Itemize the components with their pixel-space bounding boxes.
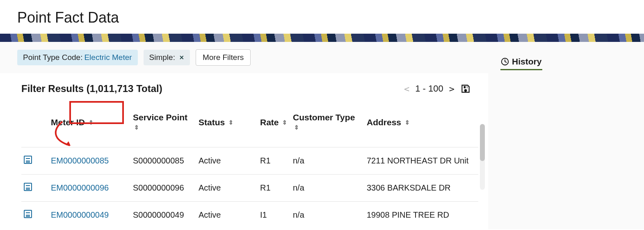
filter-chip-simple[interactable]: Simple: ✕: [144, 50, 190, 65]
pager: < 1 - 100 >: [404, 83, 471, 94]
service-point-cell: S0000000049: [130, 202, 196, 229]
sort-icon: ⇕: [228, 120, 233, 125]
col-header-address[interactable]: Address ⇕: [364, 101, 478, 147]
sort-icon: ⇕: [89, 120, 94, 125]
page-title: Point Fact Data: [17, 9, 644, 26]
sort-icon: ⇕: [405, 120, 410, 125]
clock-icon: [500, 57, 509, 66]
sort-icon: ⇕: [134, 124, 139, 130]
decorative-banner: [0, 34, 644, 42]
chip-label: Simple:: [149, 53, 175, 62]
filter-bar: Point Type Code: Electric Meter Simple: …: [0, 42, 488, 73]
meter-id-link[interactable]: EM0000000085: [48, 147, 130, 175]
history-tab-label: History: [512, 57, 541, 67]
col-header-service-point[interactable]: Service Point ⇕: [130, 101, 196, 147]
customer-type-cell: n/a: [290, 175, 364, 202]
history-tab[interactable]: History: [500, 56, 542, 70]
table-row: EM0000000096 S0000000096 Active R1 n/a 3…: [21, 175, 478, 202]
more-filters-button[interactable]: More Filters: [196, 49, 251, 66]
col-header-status[interactable]: Status ⇕: [196, 101, 258, 147]
pager-next[interactable]: >: [449, 84, 454, 94]
scrollbar-thumb[interactable]: [480, 124, 485, 161]
vertical-scrollbar[interactable]: [480, 124, 485, 190]
meter-id-link[interactable]: EM0000000096: [48, 175, 130, 202]
address-cell: 7211 NORTHEAST DR Unit: [364, 147, 478, 175]
table-row: EM0000000085 S0000000085 Active R1 n/a 7…: [21, 147, 478, 175]
address-cell: 3306 BARKSDALE DR: [364, 175, 478, 202]
sort-icon: ⇕: [282, 120, 287, 125]
status-cell: Active: [196, 147, 258, 175]
sort-icon: ⇕: [294, 124, 299, 130]
results-table: Meter ID ⇕ Service Point ⇕ Status ⇕: [21, 101, 478, 228]
col-header-customer-type[interactable]: Customer Type ⇕: [290, 101, 364, 147]
save-icon[interactable]: [460, 83, 471, 94]
status-cell: Active: [196, 202, 258, 229]
pager-prev[interactable]: <: [404, 84, 409, 94]
col-header-rate[interactable]: Rate ⇕: [258, 101, 290, 147]
meter-id-link[interactable]: EM0000000049: [48, 202, 130, 229]
detail-icon[interactable]: [24, 183, 32, 191]
service-point-cell: S0000000085: [130, 147, 196, 175]
filter-chip-point-type-code[interactable]: Point Type Code: Electric Meter: [17, 50, 138, 65]
results-heading: Filter Results (1,011,713 Total): [21, 83, 162, 94]
address-cell: 19908 PINE TREE RD: [364, 202, 478, 229]
customer-type-cell: n/a: [290, 202, 364, 229]
close-icon[interactable]: ✕: [179, 54, 184, 61]
pager-range: 1 - 100: [415, 83, 443, 94]
detail-icon[interactable]: [24, 156, 32, 164]
chip-value: Electric Meter: [84, 53, 132, 62]
svg-rect-0: [466, 86, 467, 88]
status-cell: Active: [196, 175, 258, 202]
detail-icon[interactable]: [24, 210, 32, 218]
rate-cell: R1: [258, 175, 290, 202]
table-row: EM0000000049 S0000000049 Active I1 n/a 1…: [21, 202, 478, 229]
rate-cell: R1: [258, 147, 290, 175]
customer-type-cell: n/a: [290, 147, 364, 175]
chip-label: Point Type Code:: [23, 53, 82, 62]
rate-cell: I1: [258, 202, 290, 229]
col-header-meter-id[interactable]: Meter ID ⇕: [48, 101, 130, 147]
service-point-cell: S0000000096: [130, 175, 196, 202]
